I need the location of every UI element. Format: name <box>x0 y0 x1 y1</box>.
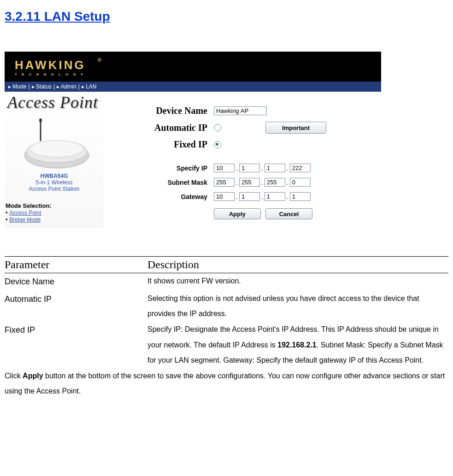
param-head: Parameter Description <box>5 257 448 273</box>
param-body: Device Name It shows current FW version.… <box>5 273 448 368</box>
ip-dot: . <box>236 165 238 172</box>
mode-link-bridge-mode[interactable]: Bridge Mode <box>9 217 41 223</box>
mode-link-access-point[interactable]: Access Point <box>9 210 41 216</box>
mode-selection-title: Mode Selection: <box>6 202 103 209</box>
default-ip-bold: 192.168.2.1 <box>277 341 317 349</box>
apply-button[interactable]: Apply <box>214 208 261 219</box>
nav-admin[interactable]: ▸ Admin <box>57 83 76 90</box>
main-content: Device Name Automatic IP Important Fixed… <box>104 92 381 229</box>
svg-point-1 <box>39 118 42 122</box>
logo-tagline: T E C H N O L O G Y <box>15 72 85 76</box>
d-auto-ip: Selecting this option is not advised unl… <box>147 291 448 322</box>
gateway-1[interactable] <box>214 192 235 201</box>
logo-brand: HAWKING <box>15 58 86 72</box>
row-auto-ip-desc: Automatic IP Selecting this option is no… <box>5 291 448 322</box>
nav-mode[interactable]: ▸ Mode <box>8 83 26 90</box>
hawking-logo: HAWKING ® T E C H N O L O G Y <box>9 55 111 78</box>
d-fixed-ip: Specify IP: Designate the Access Point's… <box>147 322 448 368</box>
ip-dot: . <box>236 179 238 186</box>
p-device-name: Device Name <box>5 273 147 291</box>
specify-ip-4[interactable] <box>290 164 311 172</box>
gateway-4[interactable] <box>290 192 311 201</box>
nav-lan[interactable]: ▸ LAN <box>82 83 97 90</box>
caption-line1: 5-in-1 Wireless <box>35 179 72 186</box>
device-image <box>5 113 104 173</box>
device-name-input[interactable] <box>214 106 267 115</box>
fixed-ip-tail2: Gateway: Specify the default gateway IP … <box>221 356 424 364</box>
automatic-ip-radio[interactable] <box>214 124 221 131</box>
router-ui-screenshot: HAWKING ® T E C H N O L O G Y ▸ Mode | ▸… <box>5 52 381 229</box>
row-device-name: Device Name <box>108 106 377 116</box>
cancel-button[interactable]: Cancel <box>265 208 312 219</box>
nav-sep: | <box>28 83 29 90</box>
subnet-1[interactable] <box>214 178 235 187</box>
gateway-2[interactable] <box>239 192 260 201</box>
button-row: Apply Cancel <box>214 208 377 219</box>
nav-status-label: Status <box>36 83 52 90</box>
section-heading: 3.2.11 LAN Setup <box>5 9 448 24</box>
p-fixed-ip: Fixed IP <box>5 322 147 368</box>
foot-part1: Click <box>5 372 23 380</box>
ip-dot: . <box>287 193 288 200</box>
row-specify-ip: Specify IP . . . <box>108 164 377 172</box>
main-row: Access Point HWBA54G 5-in-1 Wireless Acc… <box>5 92 381 229</box>
nav-lan-label: LAN <box>86 83 96 90</box>
specify-ip-label: Specify IP <box>108 165 214 172</box>
important-button[interactable]: Important <box>265 122 326 134</box>
row-device-name-desc: Device Name It shows current FW version. <box>5 273 448 291</box>
row-fixed-ip-desc: Fixed IP Specify IP: Designate the Acces… <box>5 322 448 368</box>
subnet-4[interactable] <box>290 178 311 187</box>
device-model: HWBA54G <box>40 173 68 179</box>
foot-part2: button at the bottom of the screen to sa… <box>5 372 445 395</box>
header-description: Description <box>147 259 199 271</box>
specify-ip-2[interactable] <box>239 164 260 172</box>
fixed-ip-label: Fixed IP <box>108 139 214 150</box>
nav-mode-label: Mode <box>12 83 26 90</box>
subnet-2[interactable] <box>239 178 260 187</box>
side-title: Access Point <box>5 92 104 113</box>
row-gateway: Gateway . . . <box>108 192 377 201</box>
side-panel: Access Point HWBA54G 5-in-1 Wireless Acc… <box>5 92 104 229</box>
parameter-table: Parameter Description Device Name It sho… <box>5 256 448 368</box>
row-fixed-ip: Fixed IP <box>108 139 377 150</box>
gateway-label: Gateway <box>108 193 214 200</box>
ip-dot: . <box>261 179 263 186</box>
subnet-3[interactable] <box>265 178 285 187</box>
device-name-label: Device Name <box>108 106 214 116</box>
nav-admin-label: Admin <box>61 83 76 90</box>
device-caption: HWBA54G 5-in-1 Wireless Access Point Sta… <box>5 173 104 192</box>
fixed-ip-tail1: . Subnet Mask: <box>317 341 368 349</box>
logo-bar: HAWKING ® T E C H N O L O G Y <box>5 52 381 82</box>
ip-dot: . <box>261 193 263 200</box>
d-device-name: It shows current FW version. <box>147 273 448 291</box>
row-subnet: Subnet Mask . . . <box>108 178 377 187</box>
ip-dot: . <box>236 193 238 200</box>
specify-ip-1[interactable] <box>214 164 235 172</box>
footnote: Click Apply button at the bottom of the … <box>5 368 448 399</box>
row-automatic-ip: Automatic IP Important <box>108 122 377 134</box>
logo-reg: ® <box>98 57 103 63</box>
automatic-ip-label: Automatic IP <box>108 123 214 133</box>
ip-dot: . <box>261 165 263 172</box>
ip-dot: . <box>287 179 288 186</box>
subnet-label: Subnet Mask <box>108 179 214 186</box>
ip-dot: . <box>287 165 288 172</box>
specify-ip-3[interactable] <box>265 164 285 172</box>
nav-status[interactable]: ▸ Status <box>32 83 52 90</box>
header-parameter: Parameter <box>5 259 147 271</box>
nav-sep: | <box>78 83 80 90</box>
fixed-ip-radio[interactable] <box>214 141 221 148</box>
caption-line2: Access Point Station <box>29 186 79 192</box>
foot-bold: Apply <box>23 372 43 380</box>
mode-selection: Mode Selection: • Access Point • Bridge … <box>5 200 104 225</box>
gateway-3[interactable] <box>265 192 285 201</box>
nav-sep: | <box>53 83 55 90</box>
p-auto-ip: Automatic IP <box>5 291 147 322</box>
nav-bar: ▸ Mode | ▸ Status | ▸ Admin | ▸ LAN <box>5 82 381 92</box>
svg-point-4 <box>30 141 83 157</box>
